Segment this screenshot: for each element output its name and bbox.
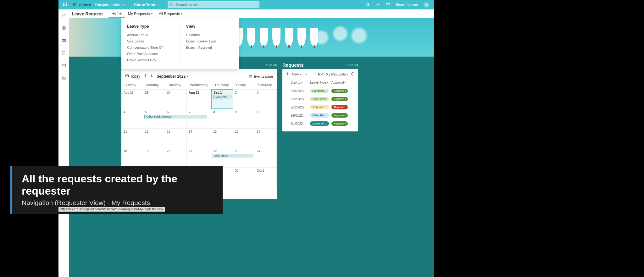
request-row[interactable]: 9/5/2022 Other Pai... Approved [284, 111, 356, 119]
tenant-brand[interactable]: alcero | Enterprise solutions [70, 2, 128, 8]
more-actions-icon[interactable]: ··· [419, 12, 429, 16]
calendar-cell[interactable]: Aug 31 [187, 89, 211, 109]
leave-type-badge: Leave Wi... [310, 121, 329, 126]
next-month-icon[interactable] [150, 74, 153, 79]
dd-view-board-approval[interactable]: Board - Approval [186, 44, 234, 51]
svg-rect-7 [64, 5, 65, 6]
calendar-cell[interactable]: 3 [255, 89, 277, 109]
calendar-cell[interactable]: 13 [165, 128, 187, 148]
globe-icon[interactable] [62, 26, 66, 31]
calendar-cell[interactable]: 14 [187, 128, 211, 148]
nav-all-requests[interactable]: All Requests▾ [156, 9, 186, 18]
dd-comp-time-off[interactable]: Compensatory Time Off [127, 44, 175, 51]
dd-view-calendar[interactable]: Calendar [186, 32, 234, 38]
avatar[interactable]: BJ [424, 2, 429, 8]
file-icon[interactable] [62, 51, 66, 57]
megaphone-icon[interactable] [366, 2, 370, 8]
calendar-cell[interactable]: 11 [121, 128, 143, 148]
dd-sick-leave[interactable]: Sick Leave [127, 38, 175, 44]
calendar-cell[interactable]: 30 [165, 89, 187, 109]
search-box[interactable] [168, 1, 259, 8]
request-row[interactable]: 9/26/2022 Compens... Approved [284, 87, 356, 95]
list-icon[interactable] [62, 64, 66, 69]
svg-rect-4 [64, 4, 65, 5]
svg-line-12 [173, 5, 174, 6]
col-leave-type[interactable]: Leave Type ▾ [310, 81, 329, 84]
day-header: Sunday [121, 80, 143, 89]
calendar-cell[interactable]: Oct 1 [255, 167, 277, 187]
month-picker[interactable]: September 2022▾ [157, 74, 188, 79]
search-input[interactable] [174, 3, 257, 7]
site-header: 🏖️ Leave Request Home My Requests▾ All R… [58, 9, 434, 18]
info-icon[interactable] [351, 72, 355, 76]
prev-month-icon[interactable] [143, 74, 147, 79]
requests-see-all[interactable]: See all [347, 63, 358, 67]
caption-title: All the requests created by the requeste… [22, 173, 213, 197]
request-row[interactable]: 9/1/2022 Leave Wi... Approved [284, 119, 356, 128]
dd-leave-without-pay[interactable]: Leave Without Pay [127, 57, 175, 63]
calendar-cell[interactable]: 30 [233, 167, 255, 187]
calendar-cell[interactable]: 19 [143, 148, 165, 167]
svg-rect-5 [66, 4, 67, 5]
create-icon[interactable] [62, 76, 66, 82]
status-bar-url: https://alcero.sharepoint.com/sites/sol-… [58, 207, 165, 212]
more-icon[interactable]: ··· [303, 72, 307, 76]
view-switcher[interactable]: HP - My Requests ▾ [313, 72, 348, 76]
home-icon[interactable] [62, 13, 66, 19]
calendar-cell[interactable]: 2 [233, 89, 255, 109]
calendar-cell[interactable]: 20 [165, 148, 187, 167]
chevron-down-icon: ▾ [347, 73, 348, 76]
add-icon[interactable] [286, 72, 289, 76]
events-pane-toggle[interactable]: Events pane [249, 74, 273, 79]
request-row[interactable]: 9/12/2022 Annual L... Rejected [284, 103, 356, 111]
calendar-cell[interactable]: 24 [255, 148, 277, 167]
col-approval[interactable]: Approval ▾ [331, 81, 348, 84]
calendar-cell[interactable]: Aug 28 [121, 89, 143, 109]
calendar-cell[interactable]: 16 [233, 128, 255, 148]
leave-type-badge: Annual L... [310, 105, 329, 109]
calendar-cell[interactable]: 23 [233, 148, 255, 167]
calendar-cell-today[interactable]: Sep 1Leave Witho... [211, 89, 233, 109]
app-launcher-icon[interactable] [60, 2, 70, 8]
calendar-cell[interactable]: 12 [143, 128, 165, 148]
calendar-cell[interactable]: 7 [187, 109, 211, 128]
help-icon[interactable] [386, 2, 390, 8]
filter-icon [313, 72, 317, 76]
user-name[interactable]: Brian Johnson [396, 3, 418, 7]
calendar-cell[interactable]: 18 [121, 148, 143, 167]
calendar-cell[interactable]: 22Sick Leave [211, 148, 233, 167]
svg-rect-1 [64, 2, 65, 3]
event-lwop[interactable]: Leave Witho... [213, 95, 232, 99]
nav-home[interactable]: Home [108, 9, 125, 18]
cell-date: 9/5/2022 [291, 114, 308, 117]
dd-other-paid-absence[interactable]: Other Paid Absence [127, 51, 175, 57]
calendar-cell[interactable]: 21 [187, 148, 211, 167]
dropdown-header-view: View [186, 24, 234, 29]
nav-my-requests[interactable]: My Requests▾ [125, 9, 156, 18]
calendar-cell[interactable]: 29 [143, 89, 165, 109]
gear-icon[interactable] [376, 2, 380, 8]
calendar-cell[interactable]: 9 [233, 109, 255, 128]
new-button[interactable]: New ▾ [292, 72, 301, 76]
col-start-date[interactable]: Start ... ▾ ↓ [291, 81, 308, 84]
site-title[interactable]: Leave Request [72, 11, 103, 16]
request-row[interactable]: 9/22/2022 Sick Leave Approved [284, 95, 356, 103]
today-button[interactable]: Today [125, 74, 140, 79]
calendar-cell[interactable]: 5Other Paid Absence [143, 109, 165, 128]
svg-rect-17 [249, 75, 252, 77]
calendar-see-all[interactable]: See all [266, 63, 277, 67]
news-icon[interactable] [62, 38, 66, 44]
svg-rect-0 [63, 2, 64, 3]
calendar-cell[interactable]: 10 [255, 109, 277, 128]
calendar-cell[interactable]: 6 [165, 109, 187, 128]
calendar-cell[interactable]: 4 [121, 109, 143, 128]
hero-banner [58, 18, 434, 57]
app-name[interactable]: SharePoint [128, 3, 162, 7]
dd-annual-leave[interactable]: Annual Leave [127, 32, 175, 38]
approval-badge: Approved [331, 121, 348, 126]
dd-view-board-leave-type[interactable]: Board - Leave Type [186, 38, 234, 44]
svg-point-27 [353, 73, 353, 73]
calendar-cell[interactable]: 15 [211, 128, 233, 148]
calendar-cell[interactable]: 8 [211, 109, 233, 128]
calendar-cell[interactable]: 17 [255, 128, 277, 148]
